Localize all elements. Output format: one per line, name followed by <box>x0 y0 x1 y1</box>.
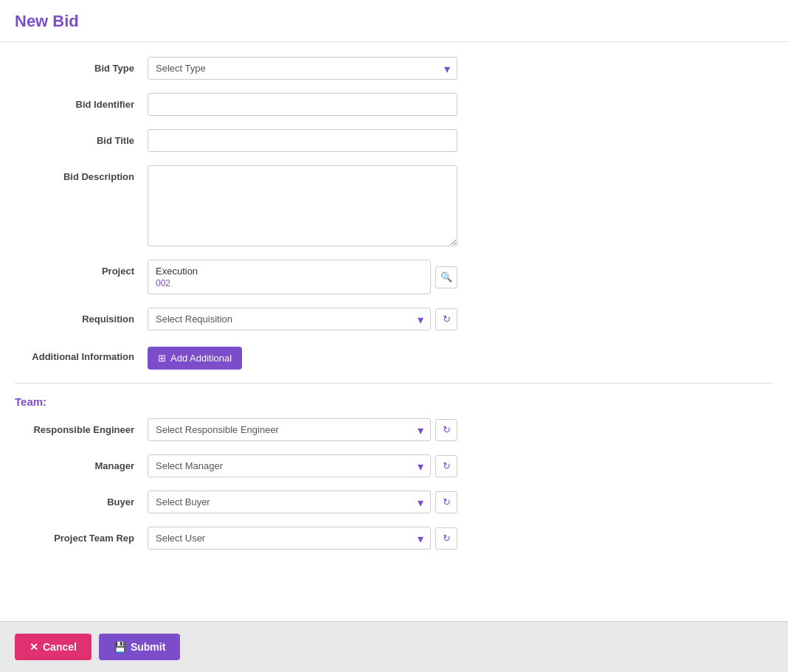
buyer-select-wrap: Select Buyer ▾ <box>148 491 431 513</box>
project-search-button[interactable]: 🔍 <box>435 266 457 288</box>
manager-control: Select Manager ▾ ↻ <box>148 454 457 477</box>
responsible-engineer-select-wrap: Select Responsible Engineer ▾ <box>148 418 431 441</box>
project-team-rep-control: Select User ▾ ↻ <box>148 527 457 550</box>
page-wrapper: New Bid Bid Type Select Type ▾ Bid Ident… <box>0 0 788 672</box>
bid-description-label: Bid Description <box>15 165 148 182</box>
project-code: 002 <box>156 278 423 288</box>
buyer-row: Buyer Select Buyer ▾ ↻ <box>15 491 773 513</box>
requisition-label: Requisition <box>15 308 148 325</box>
add-additional-button[interactable]: ⊞ Add Additional <box>148 347 242 370</box>
bid-identifier-control <box>148 93 457 116</box>
bid-title-control <box>148 129 457 152</box>
additional-info-control: ⊞ Add Additional <box>148 344 457 370</box>
project-team-rep-refresh-button[interactable]: ↻ <box>435 527 457 550</box>
project-team-rep-select-wrap: Select User ▾ <box>148 527 431 550</box>
requisition-refresh-button[interactable]: ↻ <box>435 308 457 330</box>
manager-refresh-button[interactable]: ↻ <box>435 455 457 477</box>
cancel-label: Cancel <box>43 641 77 653</box>
buyer-refresh-button[interactable]: ↻ <box>435 491 457 513</box>
bid-type-row: Bid Type Select Type ▾ <box>15 57 773 80</box>
requisition-select[interactable]: Select Requisition <box>148 308 431 330</box>
bid-type-label: Bid Type <box>15 57 148 74</box>
save-icon: 💾 <box>114 641 126 653</box>
bid-identifier-input[interactable] <box>148 93 457 116</box>
responsible-engineer-control: Select Responsible Engineer ▾ ↻ <box>148 418 457 441</box>
footer: ✕ Cancel 💾 Submit <box>0 621 788 672</box>
bid-title-row: Bid Title <box>15 129 773 152</box>
responsible-engineer-refresh-button[interactable]: ↻ <box>435 419 457 441</box>
bid-identifier-label: Bid Identifier <box>15 93 148 110</box>
refresh-icon: ↻ <box>443 424 451 435</box>
bid-type-control: Select Type ▾ <box>148 57 457 80</box>
project-team-rep-select[interactable]: Select User <box>148 527 431 550</box>
buyer-select[interactable]: Select Buyer <box>148 491 431 513</box>
project-team-rep-label: Project Team Rep <box>15 527 148 544</box>
additional-info-row: Additional Information ⊞ Add Additional <box>15 344 773 370</box>
close-icon: ✕ <box>30 641 38 653</box>
project-row: Project Execution 002 🔍 <box>15 260 773 294</box>
refresh-icon: ↻ <box>443 496 451 508</box>
manager-select[interactable]: Select Manager <box>148 454 431 477</box>
team-section-label: Team: <box>15 395 773 408</box>
responsible-engineer-select[interactable]: Select Responsible Engineer <box>148 418 431 441</box>
project-team-rep-row: Project Team Rep Select User ▾ ↻ <box>15 527 773 550</box>
requisition-row: Requisition Select Requisition ▾ ↻ <box>15 308 773 330</box>
form-body: Bid Type Select Type ▾ Bid Identifier Bi… <box>0 42 788 621</box>
bid-description-control <box>148 165 457 246</box>
add-icon: ⊞ <box>158 353 166 364</box>
refresh-icon: ↻ <box>443 533 451 544</box>
responsible-engineer-row: Responsible Engineer Select Responsible … <box>15 418 773 441</box>
buyer-label: Buyer <box>15 491 148 508</box>
cancel-button[interactable]: ✕ Cancel <box>15 634 91 660</box>
manager-select-wrap: Select Manager ▾ <box>148 454 431 477</box>
submit-button[interactable]: 💾 Submit <box>99 634 180 660</box>
project-control: Execution 002 🔍 <box>148 260 457 294</box>
bid-type-select-wrap: Select Type ▾ <box>148 57 457 80</box>
requisition-control: Select Requisition ▾ ↻ <box>148 308 457 330</box>
manager-label: Manager <box>15 454 148 471</box>
requisition-select-wrap: Select Requisition ▾ <box>148 308 431 330</box>
additional-info-label: Additional Information <box>15 344 148 362</box>
bid-description-row: Bid Description <box>15 165 773 246</box>
bid-title-input[interactable] <box>148 129 457 152</box>
add-additional-label: Add Additional <box>170 353 232 364</box>
page-header: New Bid <box>0 0 788 42</box>
bid-title-label: Bid Title <box>15 129 148 146</box>
refresh-icon: ↻ <box>443 460 451 471</box>
search-icon: 🔍 <box>440 271 452 283</box>
refresh-icon: ↻ <box>443 314 451 325</box>
bid-identifier-row: Bid Identifier <box>15 93 773 116</box>
buyer-control: Select Buyer ▾ ↻ <box>148 491 457 513</box>
page-title: New Bid <box>15 12 773 31</box>
submit-label: Submit <box>131 641 165 653</box>
bid-description-textarea[interactable] <box>148 165 457 246</box>
project-name: Execution <box>156 266 423 277</box>
project-label: Project <box>15 260 148 277</box>
project-field: Execution 002 <box>148 260 431 294</box>
team-separator <box>15 383 773 384</box>
bid-type-select[interactable]: Select Type <box>148 57 457 80</box>
manager-row: Manager Select Manager ▾ ↻ <box>15 454 773 477</box>
responsible-engineer-label: Responsible Engineer <box>15 418 148 435</box>
